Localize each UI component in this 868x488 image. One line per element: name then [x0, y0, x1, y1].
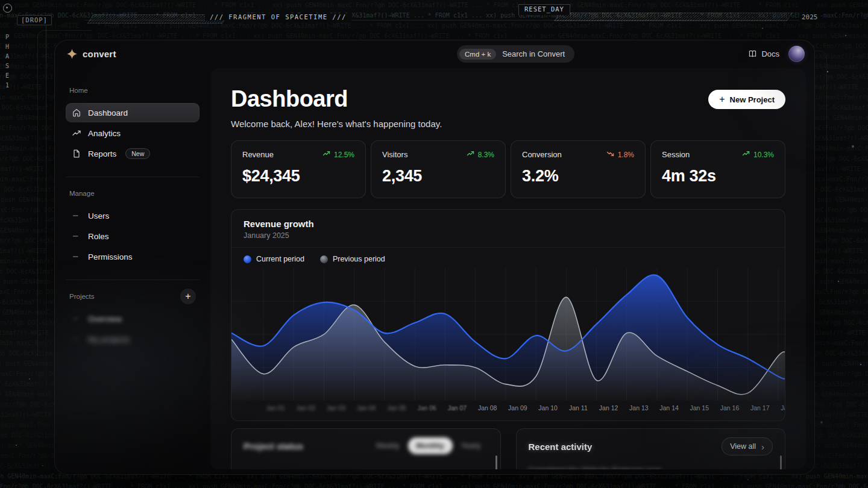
sidebar-group-projects: Projects+OverviewMy projects [66, 280, 200, 362]
x-tick-label: Jan 11 [569, 404, 588, 411]
stats-row: Revenue12.5%$24,345Visitors8.3%2,345Conv… [231, 140, 785, 198]
area-chart [231, 268, 785, 401]
stat-card-top: Session10.3% [662, 150, 774, 159]
background-stars [0, 0, 1, 1]
legend-dot [244, 255, 251, 263]
phase-label: PHASE1 [4, 34, 11, 89]
search-input[interactable]: Cmd + k Search in Convert [457, 45, 574, 63]
legend-item-current-period[interactable]: Current period [244, 255, 304, 263]
x-tick-label: Jan 10 [538, 404, 558, 411]
stat-delta: 8.3% [467, 150, 494, 159]
sidebar-item-permissions[interactable]: Permissions [66, 247, 200, 266]
plus-icon: + [719, 94, 725, 105]
stat-delta-value: 8.3% [478, 151, 494, 159]
toggle-yearly[interactable]: Yearly [454, 438, 488, 454]
screenshot-root: xx) push GEN40min-maxC:Fnn/r?@b DOC-6cX&… [0, 0, 868, 488]
sidebar-item-users[interactable]: Users [66, 206, 200, 225]
search-shortcut-kbd: Cmd + k [459, 49, 496, 60]
stat-card-visitors: Visitors8.3%2,345 [371, 140, 506, 198]
x-tick-label: Jan 07 [448, 404, 467, 411]
sidebar-group-header-home: Home [66, 83, 200, 98]
stat-card-top: Visitors8.3% [382, 150, 494, 159]
stat-label: Conversion [522, 150, 562, 159]
stat-label: Revenue [242, 150, 274, 159]
revenue-chart-svg [231, 268, 785, 401]
stat-delta-value: 1.8% [618, 151, 634, 159]
sidebar-item-my-projects[interactable]: My projects [66, 330, 200, 349]
stat-delta-value: 12.5% [334, 151, 354, 159]
dash-icon [72, 231, 81, 241]
stat-card-revenue: Revenue12.5%$24,345 [231, 140, 366, 198]
scrollbar[interactable] [780, 455, 782, 469]
stat-card-session: Session10.3%4m 32s [650, 140, 785, 198]
stat-label: Session [662, 150, 690, 159]
chart-header: Revenue growth January 2025 [231, 210, 785, 248]
activity-preview: Completed the Website Redesign task [529, 466, 773, 469]
legend-dot [320, 255, 328, 263]
dash-icon [72, 334, 81, 344]
year-label: 2025 [799, 13, 820, 21]
x-tick-label: Jan 16 [720, 404, 740, 411]
toggle-weekly[interactable]: Weekly [368, 438, 406, 454]
revenue-growth-card: Revenue growth January 2025 Current peri… [231, 209, 785, 421]
project-status-content: Project status WeeklyMonthlyYearly [244, 437, 488, 454]
sidebar-group-header-manage: Manage [66, 186, 200, 201]
topbar-right-group: Docs [748, 46, 805, 62]
docs-button[interactable]: Docs [748, 49, 779, 58]
stat-delta: 10.3% [742, 150, 774, 159]
x-tick-label: Jan 08 [478, 404, 497, 411]
x-tick-label: Jan 15 [690, 404, 709, 411]
target-dot-icon [3, 4, 12, 13]
sidebar-item-overview[interactable]: Overview [66, 309, 200, 328]
legend-label: Previous period [333, 255, 385, 263]
stat-value: 2,345 [382, 167, 494, 186]
page-subtitle: Welcome back, Alex! Here's what's happen… [231, 119, 442, 129]
sidebar-item-dashboard[interactable]: Dashboard [66, 103, 200, 122]
sidebar-item-reports[interactable]: ReportsNew [66, 144, 200, 163]
add-project-button[interactable]: + [180, 289, 196, 304]
new-project-button[interactable]: + New Project [708, 90, 785, 109]
legend-item-previous-period[interactable]: Previous period [320, 255, 385, 263]
main-panel: Dashboard Welcome back, Alex! Here's wha… [210, 68, 806, 469]
sidebar-group-home: HomeDashboardAnalyticsReportsNew [66, 74, 200, 177]
page-title: Dashboard [231, 86, 442, 112]
sidebar-group-label: Projects [69, 293, 95, 300]
spacetime-label: /// FRAGMENT OF SPACETIME /// [205, 13, 351, 20]
chevron-right-icon: › [761, 442, 764, 452]
sidebar-item-analytics[interactable]: Analytics [66, 124, 200, 143]
chart-title: Revenue growth [244, 219, 773, 229]
stat-card-top: Conversion1.8% [522, 150, 634, 159]
trend-up-icon [467, 150, 474, 159]
sidebar-group-header-projects: Projects+ [66, 289, 200, 304]
sidebar: HomeDashboardAnalyticsReportsNewManageUs… [55, 67, 210, 474]
scrollbar[interactable] [495, 455, 497, 469]
stat-value: 4m 32s [662, 167, 774, 186]
sidebar-group-label: Home [69, 87, 88, 94]
chart-legend: Current periodPrevious period [231, 248, 785, 267]
x-tick-label: Jan 04 [357, 404, 376, 411]
stat-label: Visitors [382, 150, 407, 159]
decor-hatch-band-right [554, 13, 793, 21]
stat-delta: 12.5% [322, 150, 354, 159]
avatar[interactable] [788, 46, 805, 62]
x-tick-label: Jan 05 [387, 404, 406, 411]
recent-activity-card: Recent activity View all › Completed the… [516, 428, 786, 469]
sidebar-item-roles[interactable]: Roles [66, 227, 200, 246]
app-window: convert Cmd + k Search in Convert Docs H… [54, 40, 815, 475]
recent-activity-title: Recent activity [529, 442, 593, 452]
sidebar-item-label: Dashboard [88, 108, 128, 117]
legend-label: Current period [256, 255, 304, 263]
stat-card-top: Revenue12.5% [242, 150, 354, 159]
dash-icon [72, 252, 81, 261]
stat-value: $24,345 [242, 167, 354, 186]
x-tick-label: Jan 03 [327, 404, 346, 411]
x-tick-label: Jan 02 [296, 404, 315, 411]
toggle-monthly[interactable]: Monthly [408, 437, 453, 454]
page-header: Dashboard Welcome back, Alex! Here's wha… [231, 86, 785, 129]
top-bar: convert Cmd + k Search in Convert Docs [55, 40, 814, 67]
dash-icon [72, 211, 81, 221]
x-tick-label: Jan 09 [508, 404, 527, 411]
dash-icon [72, 314, 81, 324]
sidebar-item-label: Overview [88, 314, 122, 324]
view-all-button[interactable]: View all › [722, 437, 773, 455]
